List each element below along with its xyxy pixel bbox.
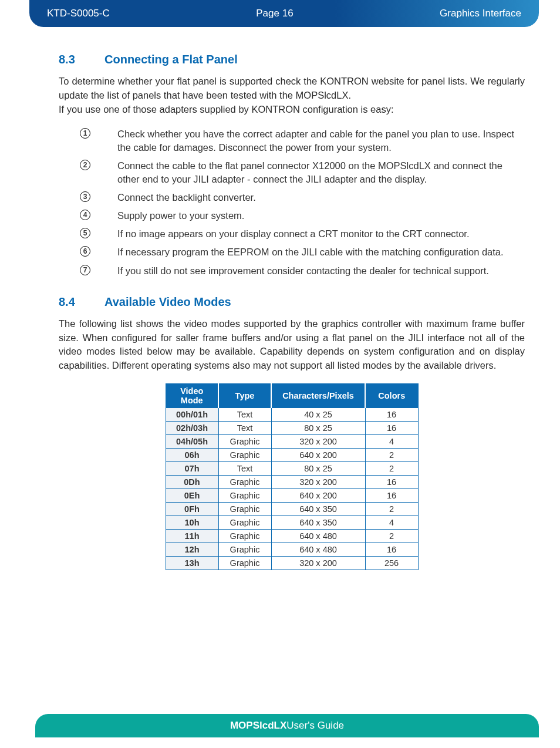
step-number-icon: 5 [59, 227, 94, 238]
table-header-cell: Colors [365, 384, 418, 408]
step-number-icon: 6 [59, 245, 94, 257]
table-cell: 640 x 480 [271, 543, 365, 557]
table-cell: 16 [365, 408, 418, 422]
table-row: 00h/01hText40 x 2516 [166, 408, 418, 422]
table-cell: 13h [166, 557, 218, 570]
section-8-4-para: The following list shows the video modes… [59, 317, 525, 373]
table-cell: 16 [365, 422, 418, 435]
table-row: 12hGraphic640 x 48016 [166, 543, 418, 557]
table-cell: Graphic [218, 449, 271, 462]
table-header-cell: Type [218, 384, 271, 408]
table-cell: 640 x 350 [271, 516, 365, 530]
table-row: 13hGraphic320 x 200256 [166, 557, 418, 570]
step-text: Connect the cable to the flat panel conn… [94, 159, 525, 186]
table-cell: Graphic [218, 557, 271, 570]
table-row: 0DhGraphic320 x 20016 [166, 476, 418, 489]
table-row: 0EhGraphic640 x 20016 [166, 489, 418, 503]
section-number: 8.3 [59, 53, 104, 66]
table-cell: 2 [365, 530, 418, 543]
section-8-3-para2: If you use one of those adapters supplie… [59, 103, 525, 117]
step-row: 2Connect the cable to the flat panel con… [59, 159, 525, 186]
footer-suffix: User's Guide [286, 720, 344, 732]
step-row: 3Connect the backlight converter. [59, 191, 525, 204]
step-number-icon: 3 [59, 191, 94, 202]
table-cell: 40 x 25 [271, 408, 365, 422]
table-cell: 640 x 200 [271, 489, 365, 503]
table-cell: 2 [365, 449, 418, 462]
video-modes-table-wrap: Video ModeTypeCharacters/PixelsColors 00… [59, 383, 525, 570]
page-content: 8.3Connecting a Flat Panel To determine … [59, 53, 525, 570]
steps-list: 1Check whether you have the correct adap… [59, 127, 525, 278]
table-row: 07hText80 x 252 [166, 462, 418, 476]
table-cell: 04h/05h [166, 435, 218, 449]
table-cell: 10h [166, 516, 218, 530]
step-text: Connect the backlight converter. [94, 191, 525, 204]
table-cell: 0Fh [166, 503, 218, 516]
table-cell: Graphic [218, 435, 271, 449]
table-header-cell: Video Mode [166, 384, 218, 408]
table-cell: 0Eh [166, 489, 218, 503]
table-cell: 07h [166, 462, 218, 476]
section-title: Available Video Modes [104, 295, 231, 308]
table-row: 10hGraphic640 x 3504 [166, 516, 418, 530]
table-row: 0FhGraphic640 x 3502 [166, 503, 418, 516]
page-header: KTD-S0005-C Page 16 Graphics Interface [29, 0, 539, 27]
video-modes-table: Video ModeTypeCharacters/PixelsColors 00… [166, 383, 419, 570]
step-text: If necessary program the EEPROM on the J… [94, 245, 525, 259]
page-footer: MOPSlcdLX User's Guide [35, 714, 539, 737]
step-row: 4Supply power to your system. [59, 209, 525, 223]
section-8-3-heading: 8.3Connecting a Flat Panel [59, 53, 525, 66]
footer-product: MOPSlcdLX [230, 720, 286, 732]
table-cell: Graphic [218, 543, 271, 557]
step-number-icon: 1 [59, 127, 94, 139]
table-cell: 06h [166, 449, 218, 462]
table-cell: 4 [365, 435, 418, 449]
table-cell: Graphic [218, 516, 271, 530]
table-row: 02h/03hText80 x 2516 [166, 422, 418, 435]
step-number-icon: 4 [59, 209, 94, 220]
page-number: Page 16 [110, 8, 440, 19]
table-cell: Text [218, 422, 271, 435]
table-cell: 00h/01h [166, 408, 218, 422]
table-cell: 2 [365, 503, 418, 516]
section-8-4-heading: 8.4Available Video Modes [59, 295, 525, 309]
table-cell: 640 x 350 [271, 503, 365, 516]
table-header-row: Video ModeTypeCharacters/PixelsColors [166, 384, 418, 408]
section-8-3-para1: To determine whether your flat panel is … [59, 75, 525, 103]
table-row: 11hGraphic640 x 4802 [166, 530, 418, 543]
header-section: Graphics Interface [440, 8, 521, 19]
step-number-icon: 2 [59, 159, 94, 170]
table-row: 04h/05hGraphic320 x 2004 [166, 435, 418, 449]
step-text: If you still do not see improvement cons… [94, 264, 525, 278]
table-cell: Text [218, 462, 271, 476]
table-cell: Graphic [218, 476, 271, 489]
table-cell: 12h [166, 543, 218, 557]
step-number-icon: 7 [59, 264, 94, 275]
step-text: Supply power to your system. [94, 209, 525, 223]
table-header-cell: Characters/Pixels [271, 384, 365, 408]
step-text: Check whether you have the correct adapt… [94, 127, 525, 154]
table-cell: 320 x 200 [271, 557, 365, 570]
section-title: Connecting a Flat Panel [104, 53, 238, 66]
table-cell: 02h/03h [166, 422, 218, 435]
table-cell: 320 x 200 [271, 435, 365, 449]
table-cell: Text [218, 408, 271, 422]
table-cell: 4 [365, 516, 418, 530]
table-cell: 256 [365, 557, 418, 570]
step-row: 6If necessary program the EEPROM on the … [59, 245, 525, 259]
table-cell: 16 [365, 476, 418, 489]
table-cell: 640 x 480 [271, 530, 365, 543]
table-cell: 0Dh [166, 476, 218, 489]
table-cell: 320 x 200 [271, 476, 365, 489]
table-cell: Graphic [218, 530, 271, 543]
doc-id: KTD-S0005-C [47, 8, 110, 19]
table-row: 06hGraphic640 x 2002 [166, 449, 418, 462]
table-cell: 80 x 25 [271, 422, 365, 435]
table-cell: Graphic [218, 503, 271, 516]
table-cell: 80 x 25 [271, 462, 365, 476]
table-cell: Graphic [218, 489, 271, 503]
table-cell: 16 [365, 543, 418, 557]
step-row: 1Check whether you have the correct adap… [59, 127, 525, 154]
step-row: 7If you still do not see improvement con… [59, 264, 525, 278]
table-cell: 11h [166, 530, 218, 543]
